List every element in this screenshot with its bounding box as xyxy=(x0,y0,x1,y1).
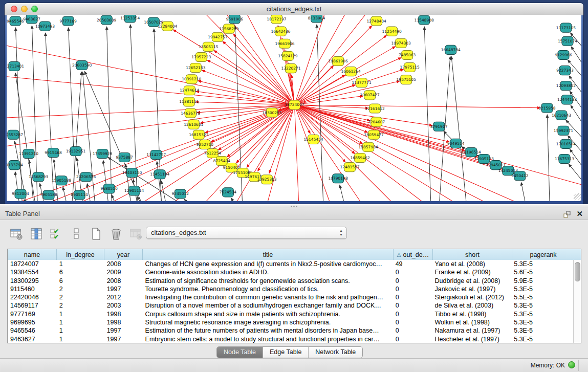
graph-edge[interactable] xyxy=(237,105,294,201)
tab-node-table[interactable]: Node Table xyxy=(217,347,263,358)
graph-node[interactable]: 17957223 xyxy=(191,52,211,61)
column-header-in_degree[interactable]: in_degree xyxy=(57,249,104,260)
network-view-window[interactable]: citations_edges.txt 18724007115682991994… xyxy=(4,3,584,204)
graph-edge[interactable] xyxy=(7,77,295,105)
graph-node[interactable]: 20603590 xyxy=(72,60,92,70)
graph-edge[interactable] xyxy=(571,47,581,62)
graph-node[interactable]: 16210643 xyxy=(552,111,571,120)
graph-node[interactable]: 18300295 xyxy=(262,108,281,117)
graph-edge[interactable] xyxy=(231,198,233,201)
graph-node[interactable]: 9777169 xyxy=(59,16,77,26)
graph-node[interactable]: 10790198 xyxy=(328,174,347,183)
graph-edge[interactable] xyxy=(112,195,114,201)
column-header-name[interactable]: name xyxy=(8,249,57,260)
tab-network-table[interactable]: Network Table xyxy=(309,347,362,358)
graph-node[interactable]: 12161612 xyxy=(365,104,385,113)
graph-edge[interactable] xyxy=(295,105,368,133)
graph-node[interactable]: 9463627 xyxy=(23,15,40,24)
delete-table-button[interactable] xyxy=(109,227,123,241)
graph-edge[interactable] xyxy=(223,41,294,105)
graph-edge[interactable] xyxy=(340,185,344,201)
column-header-pagerank[interactable]: pagerank xyxy=(512,249,574,260)
column-header-year[interactable]: year xyxy=(104,249,143,260)
graph-node[interactable]: 9245012 xyxy=(172,189,189,199)
select-columns-button[interactable] xyxy=(29,227,43,241)
graph-node[interactable]: 11381111 xyxy=(179,97,199,106)
tab-edge-table[interactable]: Edge Table xyxy=(263,347,309,358)
graph-node[interactable]: 11173105 xyxy=(556,23,576,32)
graph-node[interactable]: 11254490 xyxy=(382,27,402,36)
graph-node[interactable]: 7624504 xyxy=(220,188,237,197)
column-header-out_degree[interactable]: △out_de… xyxy=(394,249,433,260)
graph-node[interactable]: 18172197 xyxy=(267,15,286,24)
graph-node[interactable]: 13220271 xyxy=(281,64,300,73)
graph-node[interactable]: 17016504 xyxy=(556,139,576,148)
graph-edge[interactable] xyxy=(424,27,431,201)
graph-node[interactable]: 15905188 xyxy=(52,176,71,185)
table-settings-button[interactable] xyxy=(9,227,24,241)
graph-node[interactable]: 9227343 xyxy=(556,66,574,75)
graph-edge[interactable] xyxy=(184,199,186,201)
graph-edge[interactable] xyxy=(196,92,294,105)
graph-node[interactable]: 10974303 xyxy=(391,38,411,48)
create-table-button[interactable] xyxy=(89,227,103,241)
graph-node[interactable]: 11675313 xyxy=(555,154,574,163)
graph-node[interactable]: 12610651 xyxy=(184,120,203,129)
table-row[interactable]: 2242004622012Investigating the contribut… xyxy=(8,293,573,301)
network-window-titlebar[interactable]: citations_edges.txt xyxy=(5,3,583,15)
graph-edge[interactable] xyxy=(69,28,76,201)
window-resize-grip[interactable] xyxy=(574,193,581,201)
graph-node[interactable]: 10607427 xyxy=(360,91,380,100)
graph-node[interactable]: 11548908 xyxy=(415,15,434,25)
table-row[interactable]: 946362711997Embryonic stem cells: a mode… xyxy=(8,335,573,343)
graph-node[interactable]: 7485063 xyxy=(399,50,416,59)
graph-node[interactable]: 16648784 xyxy=(441,45,461,54)
graph-node[interactable]: 16642436 xyxy=(271,27,290,36)
graph-edge[interactable] xyxy=(451,56,466,201)
graph-edge[interactable] xyxy=(295,105,370,121)
table-row[interactable]: 911546021997Tourette syndrome. Phenomeno… xyxy=(8,285,573,293)
graph-edge[interactable] xyxy=(63,187,66,201)
graph-edge[interactable] xyxy=(295,105,330,201)
table-row[interactable]: 946554611997Estimation of the future num… xyxy=(8,326,573,335)
network-canvas[interactable]: 1872400711568299199427571350511517957223… xyxy=(7,15,581,201)
graph-node[interactable]: 11568299 xyxy=(219,24,238,33)
graph-node[interactable]: 9375887 xyxy=(116,152,134,162)
graph-edge[interactable] xyxy=(521,183,525,201)
graph-node[interactable]: 17359928 xyxy=(93,149,112,158)
graph-edge[interactable] xyxy=(107,27,112,201)
float-panel-icon[interactable] xyxy=(562,210,571,218)
graph-node[interactable]: 9591906 xyxy=(226,15,244,24)
table-row[interactable]: 977716911998Corpus callosum shape and si… xyxy=(8,310,573,318)
table-row[interactable]: 1938455462009Genome-wide association stu… xyxy=(8,268,573,276)
graph-node[interactable]: 12444133 xyxy=(557,95,577,104)
graph-node[interactable]: 19857984 xyxy=(359,142,378,151)
graph-node[interactable]: 16859462 xyxy=(351,153,370,162)
table-scrollbar[interactable] xyxy=(573,260,581,343)
graph-edge[interactable] xyxy=(571,105,581,121)
graph-node[interactable]: 8133904 xyxy=(308,15,325,23)
graph-node[interactable]: 9465546 xyxy=(7,16,24,26)
graph-node[interactable]: 19132951 xyxy=(66,146,85,156)
graph-node[interactable]: 9312004 xyxy=(12,189,29,199)
graph-edge[interactable] xyxy=(161,181,165,201)
column-header-short[interactable]: short xyxy=(433,249,512,260)
graph-edge[interactable] xyxy=(295,105,299,201)
graph-edge[interactable] xyxy=(547,115,550,201)
graph-edge[interactable] xyxy=(108,157,177,201)
close-panel-icon[interactable]: ✕ xyxy=(576,209,583,218)
graph-node[interactable]: 12652133 xyxy=(186,63,205,73)
graph-node[interactable]: 15992371 xyxy=(554,126,573,135)
table-row[interactable]: 1830029562008Estimation of significance … xyxy=(8,277,573,285)
graph-node[interactable]: 9915468 xyxy=(45,148,62,157)
citation-network-graph[interactable]: 1872400711568299199427571350511517957223… xyxy=(7,15,581,201)
table-row[interactable]: 1872400712008Changes of HCN gene express… xyxy=(8,260,573,268)
row-selection-mode-button[interactable]: ✔ ✔ xyxy=(49,227,63,241)
graph-node[interactable]: 15824129 xyxy=(278,51,297,60)
graph-node[interactable]: 8905114 xyxy=(71,190,88,200)
graph-node[interactable]: 9129966 xyxy=(555,50,572,59)
graph-node[interactable]: 19575105 xyxy=(397,75,416,84)
graph-node[interactable]: 8215958 xyxy=(538,103,556,113)
graph-node[interactable]: 10973493 xyxy=(35,21,55,31)
network-table-selector[interactable]: citations_edges.txt ▲▼ xyxy=(146,227,347,239)
